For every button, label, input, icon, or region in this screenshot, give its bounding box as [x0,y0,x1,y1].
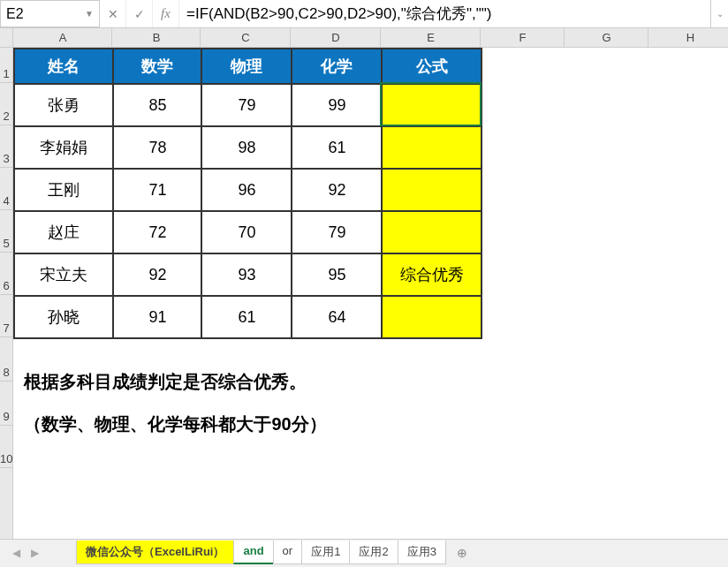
tab-nav: ◀ ▶ [9,545,42,561]
cell[interactable]: 95 [292,253,382,296]
table-row: 赵庄727079 [14,211,482,253]
row-headers: 12345678910 [0,28,13,539]
table-header-cell[interactable]: 物理 [201,49,292,84]
fx-icon: fx [161,6,171,21]
cell[interactable]: 91 [113,296,201,338]
column-headers: ABCDEFGH [13,28,728,48]
note-text: 根据多科目成绩判定是否综合优秀。 （数学、物理、化学每科都大于90分） [24,360,728,445]
sheet-tab[interactable]: 应用2 [349,541,398,564]
cell[interactable]: 宋立夫 [14,253,113,296]
cell[interactable]: 93 [201,253,292,296]
cell[interactable] [382,211,482,253]
cell[interactable]: 96 [201,169,292,211]
add-sheet-button[interactable]: ⊕ [451,542,474,563]
row-header-1[interactable]: 1 [0,48,12,83]
row-header-2[interactable]: 2 [0,83,12,125]
sheet-tab[interactable]: 应用3 [398,541,446,564]
spreadsheet-grid: 12345678910 ABCDEFGH 姓名数学物理化学公式 张勇857999… [0,28,728,539]
formula-text: =IF(AND(B2>90,C2>90,D2>90),"综合优秀","") [186,4,491,24]
row-header-3[interactable]: 3 [0,125,12,168]
dropdown-icon[interactable]: ▼ [85,9,94,19]
table-row: 张勇857999 [14,84,482,126]
sheet-tab[interactable]: 微信公众号（ExcelLiRui） [76,541,234,564]
row-header-6[interactable]: 6 [0,253,12,295]
formula-bar: E2 ▼ ✕ ✓ fx =IF(AND(B2>90,C2>90,D2>90),"… [0,0,728,28]
cell[interactable]: 张勇 [14,84,113,126]
name-box[interactable]: E2 ▼ [0,0,100,27]
table-header-cell[interactable]: 数学 [113,49,201,84]
grid-body: ABCDEFGH 姓名数学物理化学公式 张勇857999李娟娟789861王刚7… [13,28,728,539]
fx-button[interactable]: fx [153,0,179,27]
column-header-C[interactable]: C [201,28,291,48]
table-header-cell[interactable]: 化学 [292,49,382,84]
column-header-H[interactable]: H [648,28,728,48]
note-line-1: 根据多科目成绩判定是否综合优秀。 [24,360,728,403]
row-header-8[interactable]: 8 [0,337,12,382]
accept-button[interactable]: ✓ [126,0,153,27]
cells-area[interactable]: 姓名数学物理化学公式 张勇857999李娟娟789861王刚719692赵庄72… [13,48,728,445]
cell[interactable] [382,126,482,169]
cell[interactable]: 孙晓 [14,296,113,338]
plus-icon: ⊕ [457,546,467,560]
cell[interactable]: 综合优秀 [382,253,482,296]
sheet-tab-bar: ◀ ▶ 微信公众号（ExcelLiRui）andor应用1应用2应用3 ⊕ [0,539,728,565]
cell[interactable]: 王刚 [14,169,113,211]
table-row: 孙晓916164 [14,296,482,338]
sheet-tab[interactable]: and [233,541,273,564]
sheet-tab[interactable]: or [273,541,303,564]
cell[interactable]: 85 [113,84,201,126]
sheet-tab[interactable]: 应用1 [301,541,350,564]
table-header-cell[interactable]: 公式 [382,49,482,84]
note-line-2: （数学、物理、化学每科都大于90分） [24,403,728,445]
cell[interactable]: 李娟娟 [14,126,113,169]
cell[interactable]: 79 [201,84,292,126]
column-header-E[interactable]: E [381,28,481,48]
x-icon: ✕ [108,7,118,21]
cell[interactable]: 64 [292,296,382,338]
table-row: 宋立夫929395综合优秀 [14,253,482,296]
cell[interactable]: 71 [113,169,201,211]
column-header-A[interactable]: A [13,28,112,48]
cell[interactable]: 赵庄 [14,211,113,253]
cell[interactable] [382,84,482,126]
cell[interactable]: 61 [292,126,382,169]
column-header-D[interactable]: D [291,28,381,48]
table-header-cell[interactable]: 姓名 [14,49,113,84]
tab-prev-icon[interactable]: ◀ [9,545,24,561]
formula-expand-button[interactable]: ⌄ [710,0,728,27]
cell[interactable]: 70 [201,211,292,253]
cell[interactable] [382,169,482,211]
data-table: 姓名数学物理化学公式 张勇857999李娟娟789861王刚719692赵庄72… [13,48,482,339]
row-header-9[interactable]: 9 [0,382,12,426]
cell[interactable]: 99 [292,84,382,126]
cell[interactable]: 92 [113,253,201,296]
cell[interactable]: 78 [113,126,201,169]
cell[interactable]: 61 [201,296,292,338]
chevron-down-icon: ⌄ [717,9,724,19]
tab-next-icon[interactable]: ▶ [27,545,42,561]
cell[interactable] [382,296,482,338]
column-header-G[interactable]: G [565,28,648,48]
cell-reference: E2 [6,6,24,22]
cell[interactable]: 79 [292,211,382,253]
formula-input[interactable]: =IF(AND(B2>90,C2>90,D2>90),"综合优秀","") [179,0,710,27]
row-header-4[interactable]: 4 [0,168,12,210]
row-header-5[interactable]: 5 [0,210,12,253]
cell[interactable]: 72 [113,211,201,253]
check-icon: ✓ [134,7,145,21]
row-header-10[interactable]: 10 [0,426,12,468]
table-row: 王刚719692 [14,169,482,211]
cancel-button[interactable]: ✕ [100,0,126,27]
table-row: 李娟娟789861 [14,126,482,169]
select-all-corner[interactable] [0,28,12,48]
row-header-7[interactable]: 7 [0,295,12,337]
column-header-B[interactable]: B [112,28,201,48]
column-header-F[interactable]: F [481,28,565,48]
cell[interactable]: 98 [201,126,292,169]
table-header-row: 姓名数学物理化学公式 [14,49,482,84]
cell[interactable]: 92 [292,169,382,211]
